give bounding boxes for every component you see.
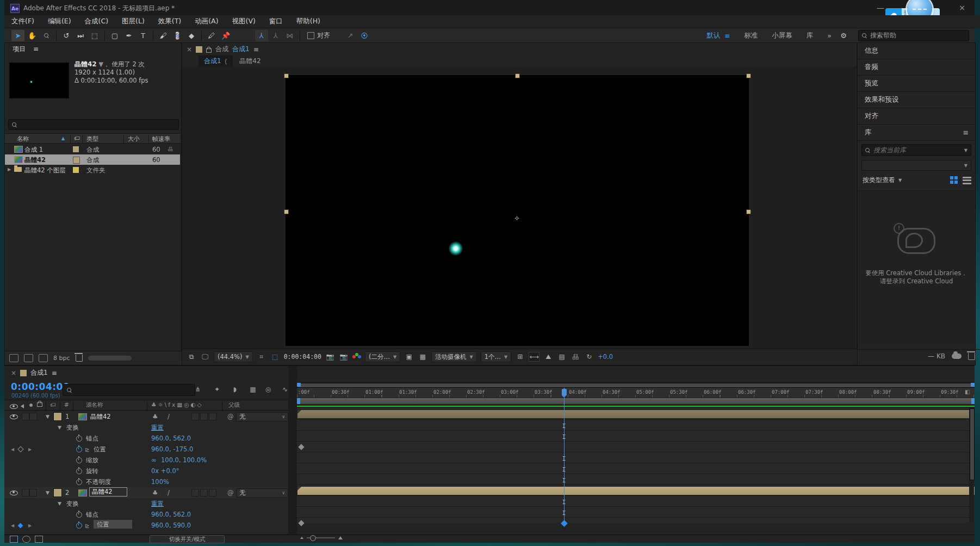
timeline-button-icon[interactable]: ▤	[557, 352, 567, 361]
fast-preview-icon[interactable]: ⛰	[543, 352, 553, 361]
project-row-folder[interactable]: ▶ 晶體42 个图层 文件夹	[5, 165, 180, 175]
roto-brush-tool[interactable]: 🖊	[205, 30, 218, 41]
reset-link[interactable]: 重置	[151, 424, 164, 432]
panel-tab-audio[interactable]: 音频	[858, 59, 975, 76]
property-value[interactable]: 0x +0.0°	[151, 466, 179, 476]
switch-cell[interactable]	[200, 413, 208, 420]
region-of-interest-icon[interactable]: ⬚	[270, 352, 280, 361]
next-keyframe-icon[interactable]: ▶	[28, 444, 32, 455]
safe-frames-icon[interactable]: ⌗	[257, 352, 266, 361]
zoom-slider-track[interactable]	[307, 537, 335, 538]
clone-stamp-tool[interactable]: 💈	[171, 30, 184, 41]
crumb-crystal42[interactable]: 晶體42	[239, 57, 260, 66]
panel-tab-align[interactable]: 对齐	[858, 108, 975, 125]
layer-row-2[interactable]: ▼ 2 晶體42 ♣ / @ 无∨	[4, 487, 288, 499]
workspace-standard[interactable]: 标准	[744, 31, 758, 40]
time-ruler[interactable]: :00f 00:30f 01:00f 01:30f 02:00f 02:30f …	[297, 388, 975, 398]
sync-status-icon[interactable]	[952, 353, 962, 359]
zoom-out-icon[interactable]	[300, 537, 303, 539]
sort-ascending-icon[interactable]: ▲	[61, 136, 65, 141]
col-fps[interactable]: 帧速率	[152, 135, 170, 143]
parent-dropdown[interactable]: 无∨	[236, 488, 288, 498]
timeline-menu-icon[interactable]: ≡	[52, 369, 57, 377]
property-label[interactable]: 旋转	[86, 466, 98, 476]
layer-row-1[interactable]: ▼ 1 晶體42 ♣ / @ 无∨	[4, 411, 288, 423]
hide-shy-layers-icon[interactable]: ◗	[229, 384, 241, 395]
timeline-tab[interactable]: × 合成1 ≡	[11, 368, 57, 377]
selection-tool[interactable]: ➤	[11, 30, 24, 41]
view-layout-dropdown[interactable]: 1个… ▼	[481, 351, 511, 362]
panel-tab-preview[interactable]: 预览	[858, 76, 975, 92]
parent-column[interactable]: 父级	[228, 401, 240, 409]
stopwatch-icon[interactable]	[76, 436, 82, 442]
composition-canvas[interactable]: ✧	[182, 67, 855, 349]
roi-frame-icon[interactable]: ⦿	[358, 30, 371, 41]
keyframe[interactable]	[298, 444, 304, 450]
lock-icon[interactable]	[206, 48, 212, 53]
selection-handle[interactable]	[746, 209, 751, 214]
menu-help[interactable]: 帮助(H)	[296, 17, 320, 26]
show-snapshot-icon[interactable]: 📷	[339, 352, 349, 361]
workspace-default[interactable]: 默认	[706, 31, 720, 40]
current-time-indicator-handle[interactable]	[562, 389, 567, 395]
project-bit-depth[interactable]: 8 bpc	[53, 355, 70, 362]
view-axis-mode[interactable]: ⋈	[283, 30, 296, 41]
expand-in-out-icon[interactable]	[35, 536, 43, 543]
work-area-start-handle[interactable]	[297, 398, 300, 404]
grid-options-icon[interactable]: ⊞	[515, 352, 525, 361]
work-area-bar[interactable]	[297, 398, 975, 405]
rotate-tool[interactable]: ↺	[60, 30, 73, 41]
menu-window[interactable]: 窗口	[269, 17, 283, 26]
link-icon[interactable]: ∞	[151, 455, 157, 466]
zoom-tool[interactable]	[40, 30, 53, 41]
project-panel-menu-icon[interactable]: ≡	[33, 45, 39, 53]
project-row-crystal42[interactable]: 晶體42 合成 60	[5, 154, 180, 165]
panel-tab-effects-presets[interactable]: 效果和预设	[858, 92, 975, 108]
group-expand-arrow[interactable]: ▼	[58, 498, 61, 509]
property-label-selected[interactable]: 位置	[94, 520, 132, 529]
delete-library-item-icon[interactable]	[968, 353, 975, 360]
next-keyframe-icon[interactable]: ▶	[28, 520, 32, 531]
layer-name-editbox[interactable]: 晶體42	[89, 487, 127, 497]
layer1-duration-bar[interactable]	[297, 409, 975, 419]
switch-cell[interactable]	[209, 489, 216, 497]
source-name-column[interactable]: 源名称	[86, 401, 103, 409]
comp-marker-button[interactable]: ◧	[965, 389, 970, 395]
snapshot-icon[interactable]: 📷	[325, 352, 335, 361]
switch-cell[interactable]	[200, 489, 208, 497]
layer-visibility-icon[interactable]	[10, 491, 18, 495]
switch-cell[interactable]	[209, 413, 216, 420]
expand-arrow-icon[interactable]: ▶	[8, 167, 11, 172]
selection-handle[interactable]	[284, 73, 289, 78]
magnification-dropdown[interactable]: (44.4%) ▼	[214, 351, 253, 362]
stopwatch-icon-active[interactable]	[76, 446, 82, 452]
property-label[interactable]: 缩放	[86, 455, 98, 466]
prev-keyframe-icon[interactable]: ◀	[11, 444, 14, 455]
workspace-overflow[interactable]: »	[827, 32, 832, 40]
property-value[interactable]: 100%	[151, 476, 169, 487]
layer-visibility-icon[interactable]	[10, 414, 18, 419]
property-row-anchor[interactable]: 锚点 960.0, 562.0	[4, 433, 288, 444]
transform-label[interactable]: 变换	[66, 498, 79, 509]
prev-keyframe-icon[interactable]: ◀	[11, 520, 14, 531]
timeline-vertical-scrollbar[interactable]	[969, 407, 974, 523]
show-channel-icon[interactable]	[352, 353, 361, 361]
menu-effect[interactable]: 效果(T)	[158, 17, 181, 26]
motion-blur-icon[interactable]: ◎	[262, 384, 274, 395]
stopwatch-icon[interactable]	[76, 512, 82, 518]
project-row-comp1[interactable]: 合成 1 合成 60 品	[5, 144, 180, 154]
target-region-icon[interactable]: ▣	[404, 352, 414, 361]
camera-dropdown[interactable]: 活动摄像机 ▼	[431, 351, 477, 362]
quality-slash-switch[interactable]: /	[168, 487, 170, 498]
close-button[interactable]: ×	[955, 3, 969, 12]
property-label[interactable]: 位置	[94, 444, 106, 455]
parent-pickwhip-icon[interactable]: @	[227, 411, 234, 422]
transparency-grid-icon[interactable]: ▦	[418, 352, 427, 361]
label-color[interactable]	[73, 167, 79, 173]
graph-toggle-icon[interactable]: ⊵	[85, 444, 89, 455]
view-by-type-label[interactable]: 按类型查看	[863, 176, 895, 185]
always-preview-icon[interactable]: ⧉	[187, 352, 196, 361]
pen-tool[interactable]: ✒	[122, 30, 135, 41]
stopwatch-icon[interactable]	[76, 479, 82, 485]
property-row-position[interactable]: ◀ ▶ ⊵ 位置 960.0, -175.0	[4, 444, 288, 455]
